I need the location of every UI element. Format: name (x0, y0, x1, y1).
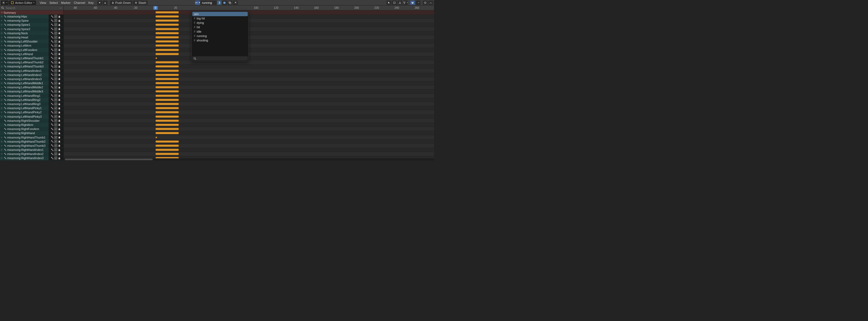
wrench-icon[interactable] (51, 44, 54, 47)
action-popup-item[interactable]: aim (192, 12, 248, 16)
track-row[interactable] (64, 148, 434, 152)
keyframe-strip[interactable] (155, 111, 179, 113)
track-row[interactable] (64, 48, 434, 52)
chevron-right-icon[interactable]: ▷ (1, 65, 3, 68)
track-row[interactable] (64, 77, 434, 81)
channel-row[interactable]: ▷ mixamorig:RightHandThumb3 (0, 144, 63, 148)
channel-row[interactable]: ▷ mixamorig:RightHandThumb1 (0, 135, 63, 139)
sidebar-resize-handle[interactable]: ↔ (59, 6, 62, 10)
wrench-icon[interactable] (51, 65, 54, 68)
wrench-icon[interactable] (51, 69, 54, 72)
chevron-right-icon[interactable]: ▷ (1, 95, 3, 97)
keyframe-strip[interactable] (155, 120, 179, 122)
action-browse-button[interactable]: ▾ (195, 1, 200, 5)
mute-checkbox[interactable] (54, 156, 57, 160)
keyframe-strip[interactable] (155, 53, 179, 55)
menu-view[interactable]: View (38, 1, 48, 4)
lock-icon[interactable] (58, 36, 61, 39)
wrench-icon[interactable] (51, 81, 54, 85)
lock-icon[interactable] (58, 77, 61, 81)
channel-row[interactable]: ▷ mixamorig:Hips (0, 14, 63, 19)
wrench-icon[interactable] (51, 77, 54, 81)
playhead-marker[interactable]: 0 (153, 6, 158, 10)
editor-type-selector[interactable]: Action Editor ▾ (9, 1, 36, 5)
chevron-right-icon[interactable]: ▷ (1, 20, 3, 22)
lock-icon[interactable] (58, 156, 61, 160)
chevron-right-icon[interactable]: ▷ (1, 70, 3, 72)
chevron-right-icon[interactable]: ▷ (1, 32, 3, 34)
keyframe-strip[interactable] (155, 132, 179, 134)
action-popup-item[interactable]: Fbig hit (192, 16, 248, 21)
channel-row[interactable]: ▷ mixamorig:LeftHandThumb3 (0, 65, 63, 69)
chevron-right-icon[interactable]: ▷ (1, 90, 3, 93)
chevron-right-icon[interactable]: ▷ (1, 40, 3, 42)
unlink-action-button[interactable]: ✕ (233, 1, 238, 5)
wrench-icon[interactable] (51, 111, 54, 114)
mute-checkbox[interactable] (54, 152, 57, 155)
chevron-right-icon[interactable]: ▷ (1, 115, 3, 118)
track-row[interactable] (64, 135, 434, 139)
channel-row[interactable]: ▷ mixamorig:LeftHandRing2 (0, 98, 63, 102)
chevron-right-icon[interactable]: ▷ (1, 53, 3, 55)
channel-row[interactable]: ▷ mixamorig:LeftHandIndex1 (0, 69, 63, 73)
channel-row[interactable]: ▷ mixamorig:LeftHandRing3 (0, 102, 63, 106)
wrench-icon[interactable] (51, 40, 54, 43)
track-row[interactable] (64, 31, 434, 35)
mute-checkbox[interactable] (54, 44, 57, 47)
channel-row[interactable]: mixamorig:RightHand (0, 131, 63, 135)
mute-checkbox[interactable] (54, 28, 57, 31)
chevron-right-icon[interactable]: ▷ (1, 107, 3, 109)
keyframe-strip[interactable] (155, 61, 179, 63)
mute-checkbox[interactable] (54, 40, 57, 43)
track-row[interactable] (64, 73, 434, 77)
track-row[interactable] (64, 98, 434, 102)
track-row[interactable] (64, 39, 434, 44)
wrench-icon[interactable] (51, 148, 54, 151)
keyframe-strip[interactable] (155, 90, 179, 93)
lock-icon[interactable] (58, 69, 61, 72)
lock-icon[interactable] (58, 85, 61, 89)
channel-row[interactable]: ▷ mixamorig:LeftForeArm (0, 48, 63, 52)
channel-row[interactable]: ▷ mixamorig:RightHandIndex2 (0, 152, 63, 156)
keyframe-strip[interactable] (155, 20, 179, 22)
menu-marker[interactable]: Marker (60, 1, 72, 4)
lock-icon[interactable] (58, 52, 61, 56)
pivot-mode-dropdown[interactable]: ▾ (1, 1, 8, 5)
lock-icon[interactable] (58, 28, 61, 31)
track-row[interactable] (64, 52, 434, 56)
track-row[interactable] (64, 106, 434, 110)
wrench-icon[interactable] (51, 115, 54, 118)
channel-row[interactable]: mixamorig:RightShoulder (0, 119, 63, 123)
channel-row[interactable]: ▷ mixamorig:LeftHandPinky2 (0, 110, 63, 114)
mute-checkbox[interactable] (54, 132, 57, 135)
markers-icon-button[interactable] (392, 1, 397, 5)
wrench-icon[interactable] (51, 52, 54, 56)
mute-checkbox[interactable] (54, 48, 57, 51)
channel-row[interactable]: ▷ mixamorig:LeftHandMiddle2 (0, 85, 63, 90)
keyframe-strip[interactable] (155, 32, 179, 34)
lock-icon[interactable] (58, 140, 61, 143)
menu-key[interactable]: Key (87, 1, 95, 4)
mute-checkbox[interactable] (54, 65, 57, 68)
channel-row[interactable]: ▷ mixamorig:Spine2 (0, 27, 63, 31)
track-row[interactable] (64, 85, 434, 90)
keyframe-strip[interactable] (155, 86, 179, 88)
mute-checkbox[interactable] (54, 73, 57, 76)
chevron-right-icon[interactable]: ▷ (1, 28, 3, 30)
wrench-icon[interactable] (51, 106, 54, 110)
action-popup-item[interactable]: Fidle (192, 29, 248, 34)
lock-icon[interactable] (58, 136, 61, 139)
track-row[interactable] (64, 140, 434, 144)
mute-checkbox[interactable] (54, 52, 57, 56)
keyframe-strip[interactable] (155, 49, 179, 51)
track-row[interactable] (64, 81, 434, 85)
mute-checkbox[interactable] (54, 32, 57, 35)
track-row[interactable] (64, 56, 434, 60)
track-row[interactable] (64, 127, 434, 131)
keyframe-strip[interactable] (155, 44, 179, 47)
snap-button[interactable] (410, 1, 415, 5)
wrench-icon[interactable] (51, 127, 54, 131)
keyframe-strip[interactable] (155, 15, 179, 17)
track-row[interactable] (64, 131, 434, 135)
wrench-icon[interactable] (51, 48, 54, 51)
